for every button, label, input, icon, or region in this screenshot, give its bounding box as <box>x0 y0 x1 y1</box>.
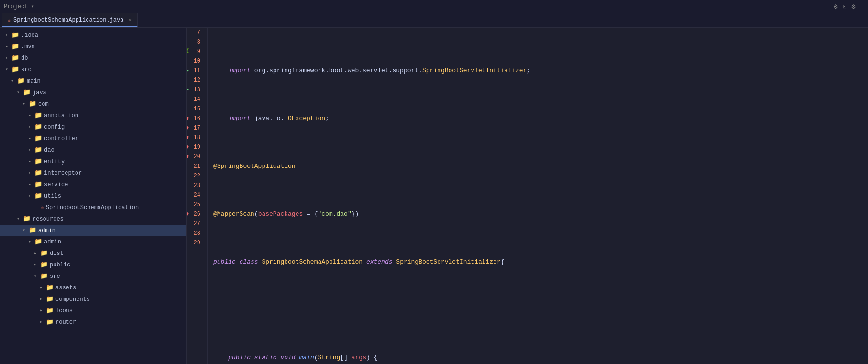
line-num-13: ▶ 13 <box>187 85 203 95</box>
folder-icon-dist: 📁 <box>40 249 48 258</box>
label-admin: admin <box>44 237 61 247</box>
sidebar-item-entity[interactable]: ▸ 📁 entity <box>0 156 186 167</box>
sidebar-item-com[interactable]: ▾ 📁 com <box>0 99 186 110</box>
sidebar-item-resources[interactable]: ▾ 📁 resources <box>0 213 186 225</box>
sidebar-item-admin[interactable]: ▾ 📁 admin <box>0 236 186 248</box>
gutter-run-11[interactable]: ▶ <box>187 66 189 76</box>
num-12: 12 <box>191 76 200 85</box>
arrow-service: ▸ <box>27 180 33 189</box>
line-num-21: 21 <box>187 162 203 171</box>
sidebar-item-components[interactable]: ▸ 📁 components <box>0 294 186 305</box>
folder-icon-mvn: 📁 <box>11 42 19 52</box>
sidebar-item-config[interactable]: ▸ 📁 config <box>0 121 186 133</box>
code-line-10: @MapperScan(basePackages = {"com.dao"}) <box>213 210 868 219</box>
arrow-admin-root: ▾ <box>21 226 27 235</box>
num-19: 19 <box>191 143 200 152</box>
dropdown-arrow[interactable]: ▾ <box>31 3 34 10</box>
line-num-23: 23 <box>187 181 203 190</box>
arrow-java: ▾ <box>15 88 21 98</box>
folder-icon-interceptor: 📁 <box>34 168 42 178</box>
sidebar-item-dao[interactable]: ▸ 📁 dao <box>0 144 186 156</box>
gear-icon[interactable]: ⚙ <box>851 2 855 11</box>
code-line-9: @SpringBootApplication <box>213 162 868 171</box>
label-annotation: annotation <box>44 111 78 121</box>
folder-icon-dao: 📁 <box>34 145 42 155</box>
num-14: 14 <box>191 95 200 104</box>
tab-bar: ☕ SpringbootSchemaApplication.java ✕ <box>0 13 868 28</box>
folder-icon-main: 📁 <box>17 77 25 86</box>
sidebar-item-dist[interactable]: ▸ 📁 dist <box>0 248 186 259</box>
sidebar-item-idea[interactable]: ▸ 📁 .idea <box>0 30 186 41</box>
minimize-button[interactable]: — <box>860 3 864 11</box>
sidebar-item-public[interactable]: ▸ 📁 public <box>0 259 186 271</box>
sidebar-item-interceptor[interactable]: ▸ 📁 interceptor <box>0 167 186 179</box>
gutter-bp-26: ⬟ <box>187 210 189 219</box>
code-line-13: public static void main(String[] args) { <box>213 353 868 363</box>
sidebar-item-icons[interactable]: ▸ 📁 icons <box>0 305 186 317</box>
label-java: java <box>33 88 46 98</box>
num-25: 25 <box>191 200 200 210</box>
sidebar-item-router[interactable]: ▸ 📁 router <box>0 317 186 328</box>
num-16: 16 <box>191 114 200 123</box>
sidebar-item-db[interactable]: ▸ 📁 db <box>0 53 186 64</box>
tab-springboot-application[interactable]: ☕ SpringbootSchemaApplication.java ✕ <box>2 13 138 27</box>
folder-icon-icons: 📁 <box>46 306 54 316</box>
code-content[interactable]: import org.springframework.boot.web.serv… <box>208 28 868 364</box>
folder-icon-admin-root: 📁 <box>29 226 36 235</box>
num-15: 15 <box>191 104 200 114</box>
label-icons: icons <box>55 306 73 316</box>
folder-icon-service: 📁 <box>34 180 42 189</box>
label-db: db <box>21 54 28 63</box>
folder-icon-components: 📁 <box>46 295 54 304</box>
line-num-7: 7 <box>187 28 203 37</box>
sidebar-item-main[interactable]: ▾ 📁 main <box>0 76 186 87</box>
sidebar-item-src2[interactable]: ▾ 📁 src <box>0 271 186 282</box>
line-num-18: ⬟ 18 <box>187 133 203 143</box>
folder-icon-utils: 📁 <box>34 191 42 201</box>
sidebar-item-java[interactable]: ▾ 📁 java <box>0 87 186 99</box>
sidebar-item-annotation[interactable]: ▸ 📁 annotation <box>0 110 186 121</box>
num-7: 7 <box>191 28 200 37</box>
label-config: config <box>44 122 65 132</box>
folder-icon-db: 📁 <box>11 54 19 63</box>
sidebar-item-controller[interactable]: ▸ 📁 controller <box>0 133 186 144</box>
label-dist: dist <box>50 249 64 258</box>
label-main: main <box>27 77 41 86</box>
arrow-interceptor: ▸ <box>27 168 33 178</box>
num-17: 17 <box>191 123 200 133</box>
arrow-public: ▸ <box>33 260 38 270</box>
gutter-bp-18: ⬟ <box>187 133 189 143</box>
sidebar-item-src[interactable]: ▾ 📁 src <box>0 64 186 76</box>
code-line-11: public class SpringbootSchemaApplication… <box>213 257 868 267</box>
folder-icon-admin: 📁 <box>34 237 42 247</box>
title-bar-controls: ⚙ ⊡ ⚙ — <box>834 2 864 11</box>
sidebar-item-service[interactable]: ▸ 📁 service <box>0 179 186 190</box>
line-num-20: ⬟ 20 <box>187 152 203 162</box>
line-num-15: 15 <box>187 104 203 114</box>
label-com: com <box>38 99 49 109</box>
code-line-8: import java.io.IOException; <box>213 114 868 123</box>
line-num-25: 25 <box>187 200 203 210</box>
folder-icon-idea: 📁 <box>11 31 19 40</box>
gutter-bp-16: ⬟ <box>187 114 189 123</box>
num-23: 23 <box>191 181 200 190</box>
code-editor[interactable]: 7 8 🌿 9 10 ▶ 11 <box>187 28 868 364</box>
label-components: components <box>55 295 90 304</box>
sidebar-item-admin-root[interactable]: ▾ 📁 admin <box>0 225 186 236</box>
settings-icon[interactable]: ⚙ <box>834 2 837 11</box>
label-src2: src <box>50 272 60 281</box>
arrow-main: ▾ <box>10 77 15 86</box>
sidebar-item-springbootapp[interactable]: ☕ SpringbootSchemaApplication <box>0 202 186 213</box>
folder-icon-java: 📁 <box>23 88 31 98</box>
project-label: Project <box>4 3 28 10</box>
tab-close-button[interactable]: ✕ <box>128 17 132 23</box>
sidebar-item-assets[interactable]: ▸ 📁 assets <box>0 282 186 294</box>
label-dao: dao <box>44 145 55 155</box>
label-entity: entity <box>44 157 65 166</box>
sidebar-item-utils[interactable]: ▸ 📁 utils <box>0 190 186 202</box>
layout-icon[interactable]: ⊡ <box>843 2 846 11</box>
label-idea: .idea <box>21 31 38 40</box>
sidebar-item-mvn[interactable]: ▸ 📁 .mvn <box>0 41 186 53</box>
line-numbers: 7 8 🌿 9 10 ▶ 11 <box>187 28 208 364</box>
arrow-components: ▸ <box>38 295 44 304</box>
